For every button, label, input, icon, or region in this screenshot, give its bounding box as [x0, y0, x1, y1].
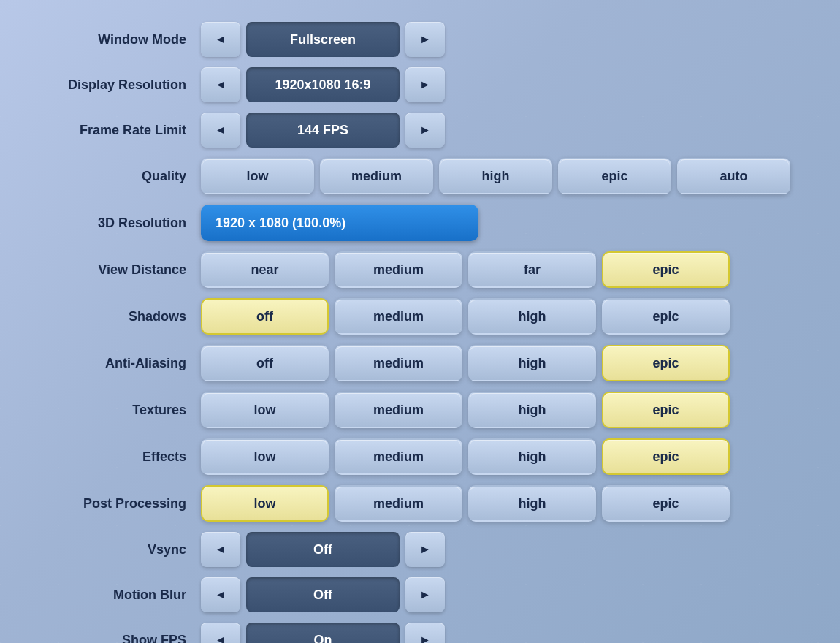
view-distance-far-button[interactable]: far: [468, 251, 596, 288]
vsync-label: Vsync: [55, 542, 201, 558]
view-distance-label: View Distance: [55, 262, 201, 278]
view-distance-medium-button[interactable]: medium: [335, 251, 462, 288]
shadows-off-button[interactable]: off: [201, 298, 329, 335]
motion-blur-next-button[interactable]: ►: [405, 577, 445, 612]
anti-aliasing-epic-button[interactable]: epic: [602, 345, 730, 381]
shadows-controls: off medium high epic: [201, 298, 730, 335]
display-resolution-value: 1920x1080 16:9: [246, 67, 400, 102]
post-processing-low-button[interactable]: low: [201, 485, 329, 522]
view-distance-near-button[interactable]: near: [201, 251, 329, 288]
frame-rate-label: Frame Rate Limit: [55, 123, 201, 138]
post-processing-medium-button[interactable]: medium: [335, 485, 462, 522]
shadows-high-button[interactable]: high: [468, 298, 596, 335]
anti-aliasing-high-button[interactable]: high: [468, 345, 596, 381]
motion-blur-controls: ◄ Off ►: [201, 577, 445, 612]
settings-page: Window Mode ◄ Fullscreen ► Display Resol…: [0, 0, 840, 643]
vsync-next-button[interactable]: ►: [405, 532, 445, 567]
textures-label: Textures: [55, 403, 201, 418]
frame-rate-controls: ◄ 144 FPS ►: [201, 113, 445, 148]
anti-aliasing-label: Anti-Aliasing: [55, 356, 201, 371]
vsync-prev-button[interactable]: ◄: [201, 532, 240, 567]
anti-aliasing-off-button[interactable]: off: [201, 345, 329, 381]
effects-controls: low medium high epic: [201, 438, 730, 475]
display-resolution-row: Display Resolution ◄ 1920x1080 16:9 ►: [55, 67, 785, 102]
textures-low-button[interactable]: low: [201, 392, 329, 428]
shadows-medium-button[interactable]: medium: [335, 298, 462, 335]
window-mode-prev-button[interactable]: ◄: [201, 22, 240, 57]
show-fps-controls: ◄ On ►: [201, 623, 445, 643]
resolution-3d-label: 3D Resolution: [55, 216, 201, 231]
quality-controls: low medium high epic auto: [201, 158, 790, 194]
textures-medium-button[interactable]: medium: [335, 392, 462, 428]
motion-blur-label: Motion Blur: [55, 587, 201, 603]
textures-row: Textures low medium high epic: [55, 392, 785, 428]
textures-high-button[interactable]: high: [468, 392, 596, 428]
vsync-row: Vsync ◄ Off ►: [55, 532, 785, 567]
motion-blur-value: Off: [246, 577, 400, 612]
quality-medium-button[interactable]: medium: [320, 158, 433, 194]
textures-epic-button[interactable]: epic: [602, 392, 730, 428]
shadows-epic-button[interactable]: epic: [602, 298, 730, 335]
view-distance-epic-button[interactable]: epic: [602, 251, 730, 288]
motion-blur-prev-button[interactable]: ◄: [201, 577, 240, 612]
quality-low-button[interactable]: low: [201, 158, 314, 194]
display-resolution-prev-button[interactable]: ◄: [201, 67, 240, 102]
resolution-3d-value: 1920 x 1080 (100.0%): [201, 205, 478, 241]
post-processing-controls: low medium high epic: [201, 485, 730, 522]
show-fps-prev-button[interactable]: ◄: [201, 623, 240, 643]
show-fps-next-button[interactable]: ►: [405, 623, 445, 643]
post-processing-label: Post Processing: [55, 496, 201, 511]
effects-low-button[interactable]: low: [201, 438, 329, 475]
window-mode-label: Window Mode: [55, 32, 201, 47]
settings-grid: Window Mode ◄ Fullscreen ► Display Resol…: [55, 22, 785, 643]
resolution-3d-row: 3D Resolution 1920 x 1080 (100.0%): [55, 205, 785, 241]
quality-high-button[interactable]: high: [439, 158, 552, 194]
view-distance-row: View Distance near medium far epic: [55, 251, 785, 288]
view-distance-controls: near medium far epic: [201, 251, 730, 288]
vsync-controls: ◄ Off ►: [201, 532, 445, 567]
frame-rate-next-button[interactable]: ►: [405, 113, 445, 148]
quality-row: Quality low medium high epic auto: [55, 158, 785, 194]
anti-aliasing-medium-button[interactable]: medium: [335, 345, 462, 381]
window-mode-next-button[interactable]: ►: [405, 22, 445, 57]
frame-rate-value: 144 FPS: [246, 113, 400, 148]
show-fps-label: Show FPS: [55, 633, 201, 644]
effects-row: Effects low medium high epic: [55, 438, 785, 475]
post-processing-high-button[interactable]: high: [468, 485, 596, 522]
display-resolution-label: Display Resolution: [55, 77, 201, 93]
anti-aliasing-controls: off medium high epic: [201, 345, 730, 381]
frame-rate-row: Frame Rate Limit ◄ 144 FPS ►: [55, 113, 785, 148]
vsync-value: Off: [246, 532, 400, 567]
shadows-label: Shadows: [55, 309, 201, 324]
show-fps-value: On: [246, 623, 400, 643]
post-processing-row: Post Processing low medium high epic: [55, 485, 785, 522]
frame-rate-prev-button[interactable]: ◄: [201, 113, 240, 148]
effects-epic-button[interactable]: epic: [602, 438, 730, 475]
textures-controls: low medium high epic: [201, 392, 730, 428]
window-mode-value: Fullscreen: [246, 22, 400, 57]
show-fps-row: Show FPS ◄ On ►: [55, 623, 785, 643]
effects-medium-button[interactable]: medium: [335, 438, 462, 475]
window-mode-row: Window Mode ◄ Fullscreen ►: [55, 22, 785, 57]
window-mode-controls: ◄ Fullscreen ►: [201, 22, 445, 57]
effects-high-button[interactable]: high: [468, 438, 596, 475]
resolution-3d-controls: 1920 x 1080 (100.0%): [201, 205, 478, 241]
quality-label: Quality: [55, 169, 201, 184]
quality-auto-button[interactable]: auto: [677, 158, 790, 194]
anti-aliasing-row: Anti-Aliasing off medium high epic: [55, 345, 785, 381]
display-resolution-next-button[interactable]: ►: [405, 67, 445, 102]
shadows-row: Shadows off medium high epic: [55, 298, 785, 335]
effects-label: Effects: [55, 449, 201, 465]
quality-epic-button[interactable]: epic: [558, 158, 671, 194]
post-processing-epic-button[interactable]: epic: [602, 485, 730, 522]
motion-blur-row: Motion Blur ◄ Off ►: [55, 577, 785, 612]
display-resolution-controls: ◄ 1920x1080 16:9 ►: [201, 67, 445, 102]
